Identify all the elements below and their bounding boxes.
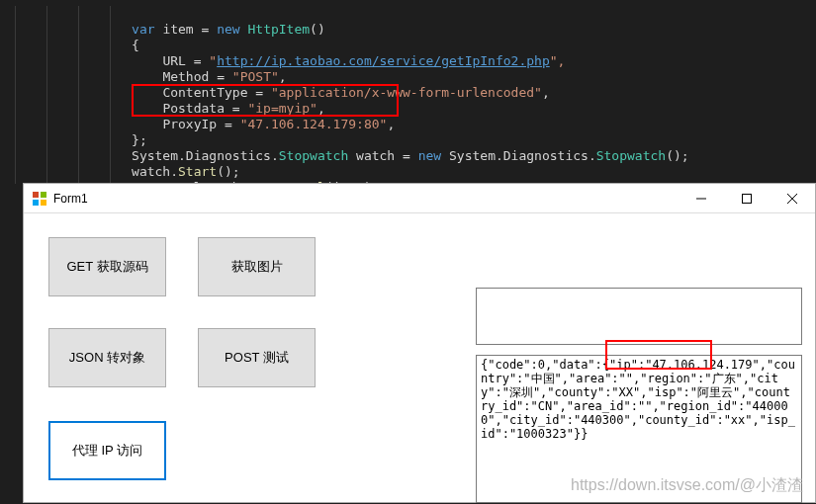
- svg-rect-5: [743, 194, 752, 203]
- proxy-ip-button[interactable]: 代理 IP 访问: [48, 421, 166, 480]
- svg-rect-3: [41, 200, 46, 206]
- json-to-object-button[interactable]: JSON 转对象: [48, 328, 166, 387]
- close-button[interactable]: [770, 184, 815, 212]
- code-editor: var item = new HttpItem() { URL = "http:…: [0, 0, 816, 186]
- app-icon: [32, 191, 47, 207]
- svg-rect-2: [33, 200, 39, 206]
- get-source-button[interactable]: GET 获取源码: [48, 237, 166, 296]
- svg-rect-0: [33, 192, 39, 198]
- maximize-button[interactable]: [724, 184, 770, 212]
- form1-window: Form1 GET 获取源码 获取图片 JSON 转对象 POST 测试 代理 …: [23, 183, 816, 503]
- post-test-button[interactable]: POST 测试: [198, 328, 316, 387]
- window-controls: [679, 184, 815, 212]
- titlebar[interactable]: Form1: [24, 184, 815, 213]
- svg-rect-1: [41, 192, 46, 198]
- window-title: Form1: [53, 192, 88, 206]
- minimize-button[interactable]: [679, 184, 724, 212]
- code-content[interactable]: var item = new HttpItem() { URL = "http:…: [0, 6, 689, 211]
- textbox-upper[interactable]: [476, 288, 802, 345]
- watermark: https://down.itsvse.com/@小渣渣: [571, 475, 803, 496]
- get-image-button[interactable]: 获取图片: [198, 237, 316, 296]
- client-area: GET 获取源码 获取图片 JSON 转对象 POST 测试 代理 IP 访问 …: [24, 213, 815, 502]
